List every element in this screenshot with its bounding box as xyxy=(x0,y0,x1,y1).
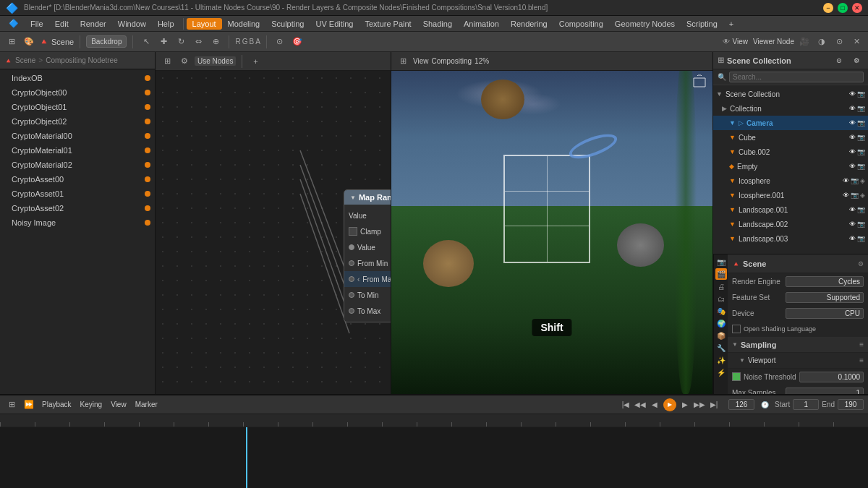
sc-icosphere001[interactable]: ▼ Icosphere.001 👁 📷 ◈ xyxy=(713,188,868,202)
view-layer-props-icon[interactable]: 🗂 xyxy=(715,293,727,304)
rotate-icon[interactable]: ↻ xyxy=(174,35,188,48)
eye-icon[interactable]: 👁 xyxy=(849,90,856,98)
gizmo-icon[interactable]: 🎯 xyxy=(290,35,305,48)
node-header[interactable]: ▼ Map Range xyxy=(344,190,391,205)
sc-landscape003[interactable]: ▼ Landscape.003 👁 📷 xyxy=(713,231,868,246)
sampling-menu-icon[interactable]: ≡ xyxy=(859,341,864,348)
node-collapse-arrow[interactable]: ▼ xyxy=(350,194,356,201)
editor-type-icon[interactable]: 🎨 xyxy=(22,35,36,48)
sc-cube002[interactable]: ▼ Cube.002 👁 📷 xyxy=(713,145,868,159)
layout-tab-layout[interactable]: Layout xyxy=(187,18,222,30)
timeline-playhead[interactable] xyxy=(246,427,247,488)
ico001-eye-icon[interactable]: 👁 xyxy=(843,192,849,199)
from-max-dec-btn[interactable]: ‹ xyxy=(357,275,359,283)
menu-edit[interactable]: Edit xyxy=(49,18,75,30)
max-samples-value[interactable]: 1 xyxy=(786,388,864,395)
layout-tab-rendering[interactable]: Rendering xyxy=(505,18,553,30)
coll-cam-icon[interactable]: 📷 xyxy=(857,105,865,112)
overlay-icon[interactable]: ⊙ xyxy=(273,35,287,48)
menu-blender[interactable]: 🔷 xyxy=(3,17,25,30)
viewport-shading-icon[interactable]: ◑ xyxy=(814,35,829,48)
timeline-body[interactable] xyxy=(0,427,868,488)
render-props-icon[interactable]: 📷 xyxy=(715,256,727,267)
outliner-item-cryptomat1[interactable]: CryptoMaterial01 xyxy=(0,143,155,158)
render-engine-dropdown[interactable]: Cycles xyxy=(786,276,864,287)
layout-tab-animation[interactable]: Animation xyxy=(458,18,505,30)
menu-help[interactable]: Help xyxy=(152,18,180,30)
timeline-type-icon[interactable]: ⊞ xyxy=(4,398,19,411)
sampling-section-header[interactable]: ▼ Sampling ≡ xyxy=(728,337,868,353)
viewport-comp-label[interactable]: Compositing xyxy=(432,57,472,65)
frame-clock-icon[interactable]: 🕐 xyxy=(757,398,772,411)
empty-eye-icon[interactable]: 👁 xyxy=(849,163,856,170)
ico-eye-icon[interactable]: 👁 xyxy=(843,177,849,184)
outliner-item-cryptoasset0[interactable]: CryptoAsset00 xyxy=(0,172,155,187)
view-mode-icon[interactable]: ⊞ xyxy=(4,35,19,48)
play-btn[interactable]: ▶ xyxy=(663,398,676,411)
feature-set-dropdown[interactable]: Supported xyxy=(786,292,864,303)
noise-threshold-value[interactable]: 0.1000 xyxy=(799,372,864,382)
jump-end-btn[interactable]: ▶| xyxy=(708,399,720,411)
scale-icon[interactable]: ⇔ xyxy=(191,35,205,48)
outliner-item-cryptoasset2[interactable]: CryptoAsset02 xyxy=(0,201,155,215)
menu-render[interactable]: Render xyxy=(75,18,112,30)
viewport-mode-icon[interactable]: ⊞ xyxy=(396,55,410,68)
outliner-item-cryptoasset1[interactable]: CryptoAsset01 xyxy=(0,187,155,201)
object-props-icon[interactable]: 📦 xyxy=(715,330,727,341)
sc-cube[interactable]: ▼ Cube 👁 📷 xyxy=(713,130,868,145)
physics-props-icon[interactable]: ⚡ xyxy=(715,367,727,378)
land002-eye-icon[interactable]: 👁 xyxy=(849,221,856,228)
clamp-checkbox[interactable] xyxy=(349,227,357,236)
sc-camera[interactable]: ▼ ▷ Camera 👁 📷 xyxy=(713,116,868,130)
layout-tab-texture[interactable]: Texture Paint xyxy=(359,18,417,30)
viewport-sub-header[interactable]: ▼ Viewport ≡ xyxy=(728,353,868,369)
cam-eye-icon[interactable]: 👁 xyxy=(849,119,856,127)
scene-search-input[interactable] xyxy=(729,72,864,82)
render-active-icon[interactable]: 🎬 xyxy=(715,268,727,280)
world-props-icon[interactable]: 🌍 xyxy=(715,317,727,329)
current-frame-field[interactable]: 126 xyxy=(728,399,754,410)
close-viewport-icon[interactable]: ✕ xyxy=(849,35,864,48)
land003-cam-icon[interactable]: 📷 xyxy=(857,235,865,242)
layout-tab-sculpting[interactable]: Sculpting xyxy=(265,18,310,30)
end-frame-field[interactable]: 190 xyxy=(838,399,864,410)
land001-eye-icon[interactable]: 👁 xyxy=(849,206,856,213)
viewport-view-label[interactable]: View xyxy=(413,57,429,65)
layout-tab-compositing[interactable]: Compositing xyxy=(553,18,609,30)
sc-empty[interactable]: ◆ Empty 👁 📷 xyxy=(713,159,868,174)
view-menu-tl[interactable]: View xyxy=(108,400,129,409)
next-keyframe-btn[interactable]: ▶ xyxy=(679,399,691,411)
node-editor-use-nodes[interactable]: Use Nodes xyxy=(195,56,236,66)
layout-tab-uv[interactable]: UV Editing xyxy=(310,18,359,30)
coll-eye-icon[interactable]: 👁 xyxy=(849,105,856,112)
menu-window[interactable]: Window xyxy=(112,18,152,30)
sc-landscape002[interactable]: ▼ Landscape.002 👁 📷 xyxy=(713,217,868,231)
layout-tab-add[interactable]: + xyxy=(723,18,739,30)
timeline-mode-icon[interactable]: ⏩ xyxy=(22,398,36,411)
settings-icon[interactable]: ⚙ xyxy=(849,54,864,67)
cube002-cam-icon[interactable]: 📷 xyxy=(857,148,865,155)
keying-menu[interactable]: Keying xyxy=(77,400,106,409)
cam-icon[interactable]: 📷 xyxy=(857,90,865,98)
from-max-socket[interactable] xyxy=(349,276,354,282)
maximize-button[interactable]: □ xyxy=(838,3,848,13)
noise-threshold-checkbox[interactable] xyxy=(732,372,741,381)
layout-tab-modeling[interactable]: Modeling xyxy=(222,18,266,30)
jump-start-btn[interactable]: |◀ xyxy=(620,399,631,411)
node-editor-type-icon[interactable]: ⊞ xyxy=(160,55,174,68)
open-shading-checkbox[interactable] xyxy=(732,325,741,333)
cube-eye-icon[interactable]: 👁 xyxy=(849,134,856,141)
view-label[interactable]: View xyxy=(732,38,748,46)
start-frame-field[interactable]: 1 xyxy=(793,399,819,410)
outliner-item-indexob[interactable]: IndexOB xyxy=(0,71,155,85)
viewport-sub-menu[interactable]: ≡ xyxy=(859,356,864,364)
next-frame-btn[interactable]: ▶▶ xyxy=(694,399,705,411)
backdrop-button[interactable]: Backdrop xyxy=(86,35,127,48)
to-max-socket[interactable] xyxy=(349,308,354,314)
node-editor-mode-icon[interactable]: ⚙ xyxy=(177,55,192,68)
to-min-socket[interactable] xyxy=(349,292,354,298)
layout-tab-geometry[interactable]: Geometry Nodes xyxy=(609,18,681,30)
from-min-socket[interactable] xyxy=(349,260,354,266)
output-props-icon[interactable]: 🖨 xyxy=(715,281,727,292)
layout-tab-scripting[interactable]: Scripting xyxy=(681,18,723,30)
